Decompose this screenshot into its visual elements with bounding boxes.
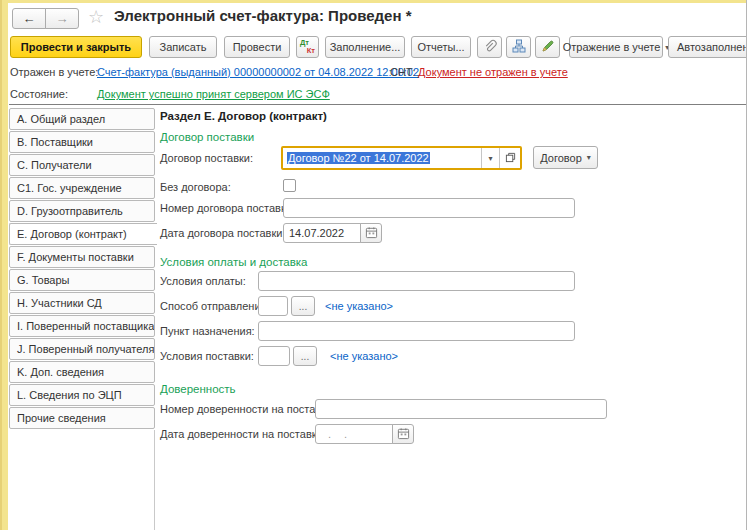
sidebar-item-other[interactable]: Прочие сведения (9, 407, 155, 429)
poa-date-label: Дата доверенности на поставку: (160, 428, 325, 440)
window-left-edge (0, 0, 8, 530)
delivery-terms-picker-button[interactable]: ... (293, 346, 317, 366)
group-payment-delivery-title: Условия оплаты и доставка (160, 256, 307, 268)
back-button[interactable]: ← (12, 8, 46, 29)
delivery-terms-input[interactable] (258, 346, 290, 366)
favorite-star-icon[interactable]: ☆ (88, 6, 104, 28)
shipping-method-hint-link[interactable]: <не указано> (325, 300, 393, 312)
attachments-button[interactable] (477, 36, 502, 58)
calendar-icon (365, 226, 378, 241)
snt-status-link[interactable]: Документ не отражен в учете (418, 66, 568, 78)
calendar-icon (397, 427, 410, 442)
contract-label: Договор поставки: (160, 152, 253, 164)
post-button[interactable]: Провести (224, 36, 290, 58)
contract-open-button[interactable] (499, 148, 520, 168)
shipping-method-picker-button[interactable]: ... (291, 296, 315, 316)
reflection-menu-button[interactable]: Отражение в учете▾ (569, 36, 663, 58)
reflection-label: Отражение в учете (563, 41, 661, 53)
contract-date-label: Дата договора поставки: (160, 227, 285, 239)
poa-date-field: . . (315, 424, 414, 444)
sidebar-item-b-suppliers[interactable]: B. Поставщики (9, 131, 155, 153)
no-contract-label: Без договора: (160, 181, 231, 193)
sidebar-item-e-contract[interactable]: E. Договор (контракт) (9, 223, 157, 245)
contract-date-field: 14.07.2022 (283, 223, 382, 243)
no-contract-checkbox[interactable] (283, 179, 296, 192)
open-icon (505, 152, 516, 165)
page-title: Электронный счет-фактура: Проведен * (114, 7, 412, 24)
structure-icon (512, 39, 526, 55)
contract-menu-button[interactable]: Договор▾ (533, 146, 598, 169)
fill-button[interactable]: Заполнение... (325, 36, 405, 58)
sidebar-item-a-general[interactable]: A. Общий раздел (9, 108, 155, 130)
sidebar-item-f-delivery-docs[interactable]: F. Документы поставки (9, 246, 155, 268)
electronic-invoice-window: ←→ ☆ Электронный счет-фактура: Проведен … (0, 0, 747, 530)
snt-label: СНТ: (390, 66, 416, 78)
sidebar-item-g-goods[interactable]: G. Товары (9, 269, 155, 291)
paperclip-icon (482, 39, 497, 56)
sidebar-item-l-signature[interactable]: L. Сведения по ЭЦП (9, 384, 155, 406)
poa-date-input[interactable]: . . (315, 424, 393, 444)
reports-button[interactable]: Отчеты... (411, 36, 471, 58)
pencil-icon (541, 39, 555, 55)
shipping-method-input[interactable] (258, 296, 288, 316)
caret-down-icon: ▾ (587, 153, 591, 162)
group-poa-title: Доверенность (160, 383, 236, 395)
forward-button[interactable]: → (45, 8, 79, 29)
related-documents-button[interactable] (506, 36, 531, 58)
sidebar-item-c1-gov[interactable]: C1. Гос. учреждение (9, 177, 155, 199)
payment-terms-label: Условия оплаты: (160, 275, 246, 287)
sidebar-item-d-shipper[interactable]: D. Грузоотправитель (9, 200, 155, 222)
shipping-method-label: Способ отправления: (160, 300, 270, 312)
back-arrow-icon: ← (23, 11, 36, 26)
reflected-document-link[interactable]: Счет-фактура (выданный) 00000000002 от 0… (97, 66, 419, 78)
header-separator (9, 104, 747, 105)
reflected-label: Отражен в учете: (10, 66, 98, 78)
contract-date-input[interactable]: 14.07.2022 (283, 223, 361, 243)
forward-arrow-icon: → (56, 11, 69, 26)
contract-value: Договор №22 от 14.07.2022 (287, 152, 430, 164)
dt-kt-icon: ДтКт (297, 37, 318, 57)
sidebar-item-i-supplier-attorney[interactable]: I. Поверенный поставщика (9, 315, 155, 337)
section-tabs: A. Общий раздел B. Поставщики C. Получат… (9, 108, 169, 430)
sidebar-item-j-recipient-attorney[interactable]: J. Поверенный получателя (9, 338, 155, 360)
nav-buttons: ←→ (12, 8, 79, 29)
delivery-terms-hint-link[interactable]: <не указано> (330, 350, 398, 362)
contract-date-calendar-button[interactable] (360, 223, 382, 243)
sidebar-item-k-additional[interactable]: K. Доп. сведения (9, 361, 155, 383)
contract-dropdown-button[interactable]: ▾ (481, 148, 499, 168)
delivery-terms-label: Условия поставки: (160, 350, 254, 362)
window-top-edge (0, 0, 747, 3)
state-status-link[interactable]: Документ успешно принят сервером ИС ЭСФ (97, 88, 330, 100)
write-button[interactable]: Записать (149, 36, 217, 58)
contract-number-label: Номер договора поставки: (160, 202, 295, 214)
poa-date-calendar-button[interactable] (392, 424, 414, 444)
sidebar-item-c-recipients[interactable]: C. Получатели (9, 154, 155, 176)
poa-number-input[interactable] (315, 399, 607, 419)
contract-input[interactable]: Договор №22 от 14.07.2022 ▾ (281, 146, 522, 170)
sidebar-content-divider (154, 430, 155, 530)
caret-down-icon: ▾ (488, 154, 492, 163)
dt-kt-postings-button[interactable]: ДтКт (296, 36, 319, 58)
payment-terms-input[interactable] (258, 271, 575, 291)
sidebar-item-h-sd-participants[interactable]: H. Участники СД (9, 292, 155, 314)
section-header: Раздел Е. Договор (контракт) (160, 110, 327, 122)
destination-input[interactable] (258, 321, 575, 341)
edit-button[interactable] (535, 36, 560, 58)
contract-menu-label: Договор (540, 152, 582, 164)
group-contract-title: Договор поставки (160, 131, 254, 143)
destination-label: Пункт назначения: (160, 325, 255, 337)
state-label: Состояние: (10, 88, 68, 100)
autofill-button[interactable]: Автозаполнение (668, 36, 747, 58)
post-and-close-button[interactable]: Провести и закрыть (10, 36, 142, 58)
contract-number-input[interactable] (283, 198, 575, 218)
poa-number-label: Номер доверенности на поставку: (160, 403, 335, 415)
